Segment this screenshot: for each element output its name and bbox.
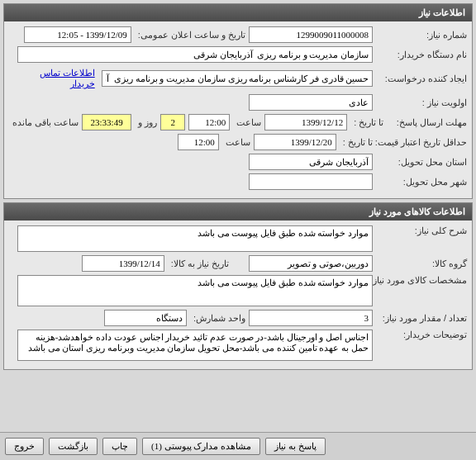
deadline-to-label: تا تاریخ : xyxy=(350,117,383,128)
unit-label: واحد شمارش: xyxy=(190,313,245,324)
goods-info-panel: اطلاعات کالاهای مورد نیاز شرح کلی نیاز: … xyxy=(3,202,473,370)
priority-input[interactable] xyxy=(249,94,373,111)
attachments-button[interactable]: مشاهده مدارک پیوستی (1) xyxy=(142,438,260,455)
need-info-header: اطلاعات نیاز xyxy=(4,4,472,21)
deadline-time-label: ساعت xyxy=(233,117,261,128)
announce-input[interactable] xyxy=(24,26,131,43)
exit-button[interactable]: خروج xyxy=(5,438,44,455)
goods-group-input[interactable] xyxy=(249,255,373,272)
days-remaining-input xyxy=(160,114,185,130)
goods-spec-label: مشخصات کالای مورد نیاز: xyxy=(376,275,467,286)
need-number-label: شماره نیاز: xyxy=(376,30,467,40)
need-date-label: تاریخ نیاز به کالا: xyxy=(168,258,229,269)
deadline-label: مهلت ارسال پاسخ: xyxy=(387,117,467,128)
deadline-date-input[interactable] xyxy=(264,114,347,130)
buyer-org-label: نام دستگاه خریدار: xyxy=(376,50,467,60)
delivery-province-input[interactable] xyxy=(249,154,373,170)
creator-input[interactable] xyxy=(102,70,374,87)
min-credit-time-label: ساعت xyxy=(222,137,250,148)
goods-info-header: اطلاعات کالاهای مورد نیاز xyxy=(4,203,472,221)
unit-input[interactable] xyxy=(104,310,187,326)
min-credit-to-label: تا تاریخ : xyxy=(340,137,373,148)
creator-label: ایجاد کننده درخواست: xyxy=(376,74,467,84)
need-info-panel: اطلاعات نیاز شماره نیاز: تاریخ و ساعت اع… xyxy=(3,3,473,199)
deadline-time-input[interactable] xyxy=(188,114,230,130)
remaining-label: ساعت باقی مانده xyxy=(9,117,79,128)
days-label: روز و xyxy=(135,117,157,128)
general-desc-textarea[interactable]: موارد خواسته شده طبق فایل پیوست می باشد xyxy=(17,225,373,252)
quantity-input[interactable] xyxy=(249,310,373,326)
delivery-city-input[interactable] xyxy=(249,173,373,190)
min-credit-time-input[interactable] xyxy=(178,134,219,150)
general-desc-label: شرح کلی نیاز: xyxy=(376,225,467,236)
min-credit-label: حداقل تاریخ اعتبار قیمت: xyxy=(376,137,467,148)
buyer-org-input[interactable] xyxy=(17,46,373,63)
buyer-notes-textarea[interactable]: اجناس اصل و اورجینال باشد-در صورت عدم تا… xyxy=(17,330,373,361)
buyer-notes-label: توضیحات خریدار: xyxy=(376,330,467,340)
need-date-input[interactable] xyxy=(82,255,164,272)
need-number-input[interactable] xyxy=(249,26,373,43)
print-button[interactable]: چاپ xyxy=(102,438,137,455)
goods-spec-textarea[interactable]: موارد خواسته شده طبق فایل پیوست می باشد xyxy=(17,275,373,306)
min-credit-date-input[interactable] xyxy=(254,134,336,150)
delivery-city-label: شهر محل تحویل: xyxy=(376,177,467,187)
priority-label: اولویت نیاز : xyxy=(376,97,467,108)
delivery-province-label: استان محل تحویل: xyxy=(376,157,467,168)
announce-label: تاریخ و ساعت اعلان عمومی: xyxy=(135,30,245,40)
quantity-label: تعداد / مقدار مورد نیاز: xyxy=(376,313,467,324)
bottom-toolbar: خروج بازگشت چاپ مشاهده مدارک پیوستی (1) … xyxy=(0,432,476,460)
back-button[interactable]: بازگشت xyxy=(49,438,98,455)
time-remaining-input xyxy=(82,114,131,130)
contact-buyer-link[interactable]: اطلاعات تماس خریدار xyxy=(9,66,98,91)
respond-button[interactable]: پاسخ به نیاز xyxy=(265,438,326,455)
goods-group-label: گروه کالا: xyxy=(376,258,467,269)
